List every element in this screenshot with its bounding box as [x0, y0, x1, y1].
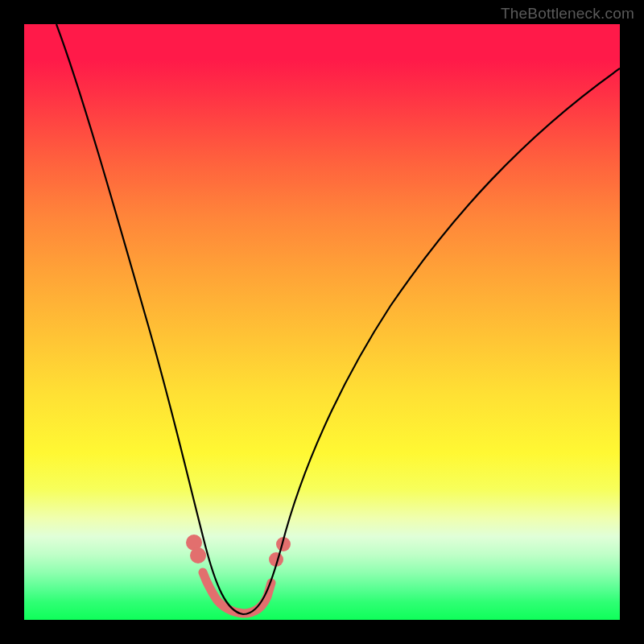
highlight-markers — [186, 535, 291, 613]
highlight-path — [203, 572, 271, 613]
watermark-text: TheBottleneck.com — [501, 5, 634, 23]
plot-area — [24, 24, 620, 620]
chart-frame: TheBottleneck.com — [0, 0, 644, 644]
bottleneck-curve — [56, 24, 620, 614]
curve-layer — [24, 24, 620, 620]
marker-dot — [190, 547, 206, 564]
